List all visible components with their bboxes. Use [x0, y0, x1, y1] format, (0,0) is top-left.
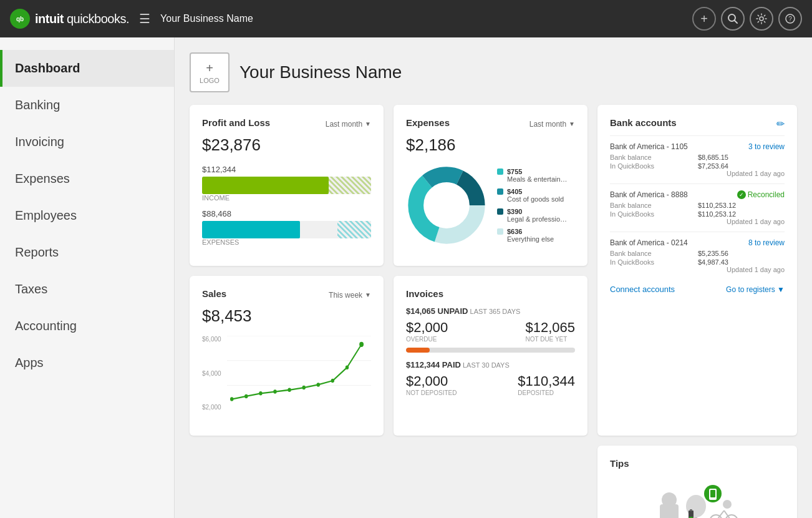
profit-loss-value: $23,876 — [202, 135, 371, 155]
sidebar-item-banking[interactable]: Banking — [0, 87, 174, 124]
legend-text-0: $755 Meals & entertain… — [507, 168, 568, 183]
qb-wordmark: intuit quickbooks. — [35, 12, 129, 26]
invoices-overdue-label: OVERDUE — [406, 336, 448, 343]
invoices-unpaid-label: $14,065 UNPAID LAST 365 DAYS — [406, 306, 575, 316]
dashboard-grid: Profit and Loss Last month ▼ $23,876 $11… — [190, 105, 797, 518]
reconciled-check-icon: ✓ — [737, 190, 746, 199]
chart-y-labels: $6,000 $4,000 $2,000 — [202, 336, 221, 411]
bank-bal-label-qb-0: In QuickBooks — [610, 162, 697, 170]
svg-point-18 — [273, 389, 276, 393]
bank-bal-label-bank-2: Bank balance — [610, 250, 697, 257]
sidebar: Dashboard Banking Invoicing Expenses Emp… — [0, 37, 175, 518]
invoices-overdue-group: $2,000 OVERDUE — [406, 320, 448, 343]
expenses-content: $755 Meals & entertain… $405 Cost of goo… — [406, 165, 575, 246]
bank-bal-label-bank-0: Bank balance — [610, 154, 697, 161]
svg-text:qb: qb — [16, 16, 24, 22]
settings-button[interactable] — [750, 7, 773, 31]
tips-illustration — [610, 476, 785, 518]
add-button[interactable]: + — [692, 7, 716, 31]
sidebar-item-label: Dashboard — [15, 61, 80, 76]
expense-bar-track — [202, 221, 371, 238]
sales-period[interactable]: This week ▼ — [329, 291, 371, 300]
sidebar-item-accounting[interactable]: Accounting — [0, 308, 174, 345]
invoices-notdue-group: $12,065 NOT DUE YET — [525, 320, 575, 343]
svg-point-20 — [302, 386, 306, 389]
sidebar-item-invoicing[interactable]: Invoicing — [0, 124, 174, 160]
invoices-bar-track — [406, 348, 575, 353]
expenses-period[interactable]: Last month ▼ — [529, 120, 575, 129]
sales-value: $8,453 — [202, 306, 371, 326]
sidebar-item-expenses[interactable]: Expenses — [0, 160, 174, 197]
tips-header: Tips — [610, 458, 785, 471]
bank-accounts-card: Bank accounts ✏ Bank of America - 1105 3… — [597, 105, 797, 436]
top-navigation: qb intuit quickbooks. ☰ Your Business Na… — [0, 0, 812, 37]
svg-rect-37 — [710, 490, 715, 497]
expenses-legend: $755 Meals & entertain… $405 Cost of goo… — [497, 168, 568, 243]
sales-chart: $6,000 $4,000 $2,000 — [202, 336, 371, 423]
bank-balances-2: Bank balance $5,235.56 In QuickBooks $4,… — [610, 250, 785, 266]
sidebar-item-dashboard[interactable]: Dashboard — [0, 50, 174, 87]
business-logo-upload[interactable]: + LOGO — [190, 52, 230, 92]
bank-review-link-2[interactable]: 8 to review — [748, 238, 785, 247]
income-amount: $112,344 — [202, 165, 371, 174]
sales-header: Sales This week ▼ — [202, 288, 371, 301]
bank-bal-value-bank-1: $110,253.12 — [698, 202, 785, 209]
business-name-header: Your Business Name — [160, 13, 253, 24]
invoices-paid-label: $112,344 PAID LAST 30 DAYS — [406, 360, 575, 369]
help-button[interactable]: ? — [778, 7, 802, 31]
search-button[interactable] — [721, 7, 745, 31]
legend-color-2 — [497, 208, 503, 215]
bank-bal-value-qb-1: $110,253.12 — [698, 210, 785, 218]
sidebar-item-reports[interactable]: Reports — [0, 234, 174, 271]
go-to-registers-link[interactable]: Go to registers ▼ — [726, 285, 785, 294]
sidebar-item-label: Reports — [15, 245, 59, 260]
sales-card: Sales This week ▼ $8,453 $6,000 $4,000 $… — [190, 276, 384, 436]
chart-area — [227, 336, 371, 411]
bank-bal-label-bank-1: Bank balance — [610, 202, 697, 209]
income-bar-row: $112,344 INCOME — [202, 165, 371, 202]
bank-bal-label-qb-2: In QuickBooks — [610, 258, 697, 266]
sidebar-item-apps[interactable]: Apps — [0, 345, 174, 381]
income-bar-fill — [202, 177, 329, 194]
invoices-deposited-group: $110,344 DEPOSITED — [518, 373, 575, 396]
hamburger-menu-icon[interactable]: ☰ — [139, 11, 150, 26]
bank-edit-icon[interactable]: ✏ — [776, 118, 785, 130]
topnav-actions: + ? — [692, 7, 802, 31]
connect-accounts-link[interactable]: Connect accounts — [610, 285, 675, 294]
legend-text-1: $405 Cost of goods sold — [507, 188, 564, 203]
bank-review-link-0[interactable]: 3 to review — [748, 142, 785, 151]
svg-point-11 — [425, 184, 468, 227]
legend-color-1 — [497, 188, 503, 195]
expense-bar-fill — [202, 221, 300, 238]
profit-loss-period[interactable]: Last month ▼ — [326, 120, 371, 129]
invoices-deposited-amount: $110,344 — [518, 373, 575, 389]
svg-text:?: ? — [788, 16, 792, 22]
svg-line-33 — [724, 511, 732, 518]
reconciled-label: Reconciled — [748, 190, 785, 199]
svg-point-4 — [760, 17, 763, 21]
reconciled-badge: ✓ Reconciled — [737, 190, 785, 199]
sidebar-item-label: Accounting — [15, 319, 77, 333]
expenses-title: Expenses — [406, 117, 450, 128]
svg-point-17 — [259, 391, 262, 395]
sidebar-item-label: Expenses — [15, 172, 70, 186]
bank-accounts-header: Bank accounts ✏ — [610, 117, 785, 130]
bank-updated-1: Updated 1 day ago — [610, 218, 785, 225]
bank-account-top-2: Bank of America - 0214 8 to review — [610, 238, 785, 247]
sidebar-item-taxes[interactable]: Taxes — [0, 271, 174, 308]
bank-account-row-0: Bank of America - 1105 3 to review Bank … — [610, 135, 785, 183]
income-bar-track — [202, 177, 371, 194]
svg-point-16 — [244, 394, 248, 398]
svg-point-38 — [712, 498, 713, 499]
invoices-not-deposited-label: NOT DEPOSITED — [406, 389, 457, 396]
bank-bal-value-qb-0: $7,253.64 — [698, 162, 785, 170]
sidebar-item-label: Banking — [15, 98, 60, 112]
expenses-card: Expenses Last month ▼ $2,186 — [394, 105, 587, 266]
bank-updated-2: Updated 1 day ago — [610, 266, 785, 273]
tips-card: Tips — [597, 446, 797, 518]
sales-chevron-icon: ▼ — [365, 291, 371, 298]
sidebar-item-label: Invoicing — [15, 135, 64, 149]
chart-y-label-1: $4,000 — [202, 370, 221, 377]
expense-bar-hatch — [337, 221, 371, 238]
sidebar-item-employees[interactable]: Employees — [0, 197, 174, 234]
